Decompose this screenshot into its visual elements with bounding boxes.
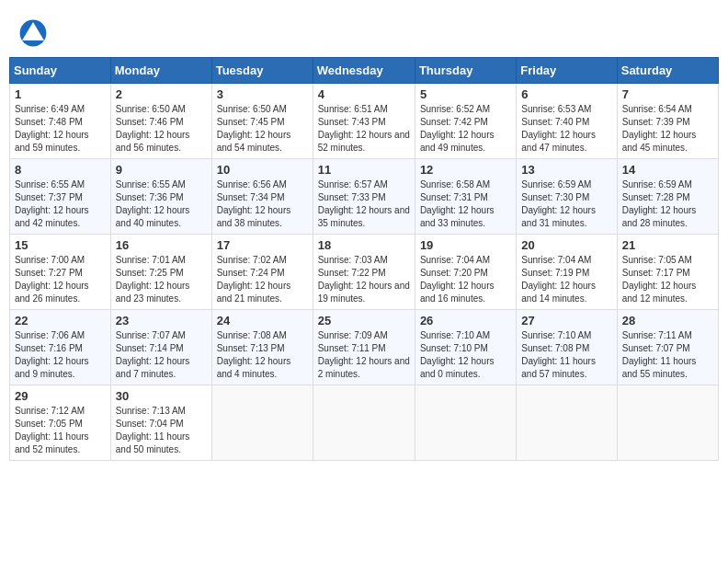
day-info: Sunrise: 6:50 AMSunset: 7:46 PMDaylight:…	[116, 103, 207, 155]
calendar-week-row: 29Sunrise: 7:12 AMSunset: 7:05 PMDayligh…	[10, 385, 719, 461]
calendar-cell: 22Sunrise: 7:06 AMSunset: 7:16 PMDayligh…	[10, 310, 111, 385]
day-header-friday: Friday	[517, 58, 617, 84]
calendar-week-row: 22Sunrise: 7:06 AMSunset: 7:16 PMDayligh…	[10, 310, 719, 385]
calendar-cell: 1Sunrise: 6:49 AMSunset: 7:48 PMDaylight…	[10, 84, 111, 159]
calendar-week-row: 1Sunrise: 6:49 AMSunset: 7:48 PMDaylight…	[10, 84, 719, 159]
calendar-cell: 7Sunrise: 6:54 AMSunset: 7:39 PMDaylight…	[617, 84, 718, 159]
day-header-wednesday: Wednesday	[313, 58, 415, 84]
day-info: Sunrise: 6:52 AMSunset: 7:42 PMDaylight:…	[420, 103, 511, 155]
day-header-thursday: Thursday	[415, 58, 516, 84]
day-number: 2	[116, 87, 207, 101]
calendar-cell	[313, 385, 415, 461]
calendar-cell: 25Sunrise: 7:09 AMSunset: 7:11 PMDayligh…	[313, 310, 415, 385]
calendar-cell	[517, 385, 617, 461]
calendar-cell: 16Sunrise: 7:01 AMSunset: 7:25 PMDayligh…	[110, 235, 211, 310]
day-number: 28	[622, 314, 713, 327]
day-number: 5	[420, 87, 511, 101]
day-number: 7	[622, 87, 713, 101]
day-header-tuesday: Tuesday	[211, 58, 313, 84]
calendar-cell: 4Sunrise: 6:51 AMSunset: 7:43 PMDaylight…	[313, 84, 415, 159]
day-number: 12	[420, 163, 511, 177]
day-number: 25	[318, 314, 410, 327]
day-number: 23	[116, 314, 207, 327]
day-info: Sunrise: 7:10 AMSunset: 7:10 PMDaylight:…	[420, 329, 511, 381]
day-number: 26	[420, 314, 511, 327]
day-number: 16	[116, 238, 207, 252]
day-number: 6	[521, 87, 611, 101]
day-info: Sunrise: 7:09 AMSunset: 7:11 PMDaylight:…	[318, 329, 410, 381]
calendar-cell	[415, 385, 516, 461]
calendar-cell: 15Sunrise: 7:00 AMSunset: 7:27 PMDayligh…	[10, 235, 111, 310]
day-info: Sunrise: 7:03 AMSunset: 7:22 PMDaylight:…	[318, 254, 410, 305]
calendar-cell: 3Sunrise: 6:50 AMSunset: 7:45 PMDaylight…	[211, 84, 313, 159]
calendar-cell: 10Sunrise: 6:56 AMSunset: 7:34 PMDayligh…	[211, 159, 313, 235]
day-number: 17	[217, 238, 308, 252]
day-info: Sunrise: 6:57 AMSunset: 7:33 PMDaylight:…	[318, 178, 410, 230]
calendar-cell: 28Sunrise: 7:11 AMSunset: 7:07 PMDayligh…	[617, 310, 718, 385]
calendar-cell: 6Sunrise: 6:53 AMSunset: 7:40 PMDaylight…	[517, 84, 617, 159]
day-info: Sunrise: 7:10 AMSunset: 7:08 PMDaylight:…	[521, 329, 611, 381]
calendar-cell: 24Sunrise: 7:08 AMSunset: 7:13 PMDayligh…	[211, 310, 313, 385]
day-info: Sunrise: 6:53 AMSunset: 7:40 PMDaylight:…	[521, 103, 611, 155]
calendar-cell: 19Sunrise: 7:04 AMSunset: 7:20 PMDayligh…	[415, 235, 516, 310]
calendar-cell	[211, 385, 313, 461]
day-number: 11	[318, 163, 410, 177]
calendar-cell: 23Sunrise: 7:07 AMSunset: 7:14 PMDayligh…	[110, 310, 211, 385]
day-number: 30	[116, 389, 207, 403]
day-number: 10	[217, 163, 308, 177]
calendar-cell: 29Sunrise: 7:12 AMSunset: 7:05 PMDayligh…	[10, 385, 111, 461]
day-header-saturday: Saturday	[617, 58, 718, 84]
calendar-cell: 2Sunrise: 6:50 AMSunset: 7:46 PMDaylight…	[110, 84, 211, 159]
calendar-cell	[617, 385, 718, 461]
calendar-table: SundayMondayTuesdayWednesdayThursdayFrid…	[9, 57, 719, 461]
day-info: Sunrise: 6:56 AMSunset: 7:34 PMDaylight:…	[217, 178, 308, 230]
day-info: Sunrise: 7:07 AMSunset: 7:14 PMDaylight:…	[116, 329, 207, 381]
day-info: Sunrise: 7:02 AMSunset: 7:24 PMDaylight:…	[217, 254, 308, 305]
calendar-cell: 12Sunrise: 6:58 AMSunset: 7:31 PMDayligh…	[415, 159, 516, 235]
calendar-cell: 26Sunrise: 7:10 AMSunset: 7:10 PMDayligh…	[415, 310, 516, 385]
day-info: Sunrise: 7:04 AMSunset: 7:20 PMDaylight:…	[420, 254, 511, 305]
calendar-cell: 18Sunrise: 7:03 AMSunset: 7:22 PMDayligh…	[313, 235, 415, 310]
day-number: 19	[420, 238, 511, 252]
day-info: Sunrise: 7:13 AMSunset: 7:04 PMDaylight:…	[116, 405, 207, 456]
day-number: 13	[521, 163, 611, 177]
calendar-cell: 30Sunrise: 7:13 AMSunset: 7:04 PMDayligh…	[110, 385, 211, 461]
day-header-monday: Monday	[110, 58, 211, 84]
day-info: Sunrise: 7:08 AMSunset: 7:13 PMDaylight:…	[217, 329, 308, 381]
day-number: 15	[15, 238, 106, 252]
day-number: 9	[116, 163, 207, 177]
calendar-week-row: 8Sunrise: 6:55 AMSunset: 7:37 PMDaylight…	[10, 159, 719, 235]
day-info: Sunrise: 7:00 AMSunset: 7:27 PMDaylight:…	[15, 254, 106, 305]
day-number: 27	[521, 314, 611, 327]
day-number: 1	[15, 87, 106, 101]
day-info: Sunrise: 6:51 AMSunset: 7:43 PMDaylight:…	[318, 103, 410, 155]
day-info: Sunrise: 6:49 AMSunset: 7:48 PMDaylight:…	[15, 103, 106, 155]
day-info: Sunrise: 7:01 AMSunset: 7:25 PMDaylight:…	[116, 254, 207, 305]
calendar-cell: 9Sunrise: 6:55 AMSunset: 7:36 PMDaylight…	[110, 159, 211, 235]
calendar-cell: 27Sunrise: 7:10 AMSunset: 7:08 PMDayligh…	[517, 310, 617, 385]
day-info: Sunrise: 6:59 AMSunset: 7:30 PMDaylight:…	[521, 178, 611, 230]
day-info: Sunrise: 7:04 AMSunset: 7:19 PMDaylight:…	[521, 254, 611, 305]
calendar-cell: 8Sunrise: 6:55 AMSunset: 7:37 PMDaylight…	[10, 159, 111, 235]
day-number: 22	[15, 314, 106, 327]
day-number: 4	[318, 87, 410, 101]
day-number: 3	[217, 87, 308, 101]
day-info: Sunrise: 6:50 AMSunset: 7:45 PMDaylight:…	[217, 103, 308, 155]
day-info: Sunrise: 7:11 AMSunset: 7:07 PMDaylight:…	[622, 329, 713, 381]
day-number: 21	[622, 238, 713, 252]
day-info: Sunrise: 6:54 AMSunset: 7:39 PMDaylight:…	[622, 103, 713, 155]
day-number: 29	[15, 389, 106, 403]
calendar-week-row: 15Sunrise: 7:00 AMSunset: 7:27 PMDayligh…	[10, 235, 719, 310]
day-number: 8	[15, 163, 106, 177]
day-number: 24	[217, 314, 308, 327]
calendar-cell: 20Sunrise: 7:04 AMSunset: 7:19 PMDayligh…	[517, 235, 617, 310]
calendar-header-row: SundayMondayTuesdayWednesdayThursdayFrid…	[10, 58, 719, 84]
day-info: Sunrise: 7:12 AMSunset: 7:05 PMDaylight:…	[15, 405, 106, 456]
day-info: Sunrise: 6:55 AMSunset: 7:36 PMDaylight:…	[116, 178, 207, 230]
day-info: Sunrise: 6:59 AMSunset: 7:28 PMDaylight:…	[622, 178, 713, 230]
page-header	[9, 9, 719, 52]
logo-icon	[18, 18, 48, 48]
day-number: 14	[622, 163, 713, 177]
calendar-cell: 21Sunrise: 7:05 AMSunset: 7:17 PMDayligh…	[617, 235, 718, 310]
day-number: 20	[521, 238, 611, 252]
